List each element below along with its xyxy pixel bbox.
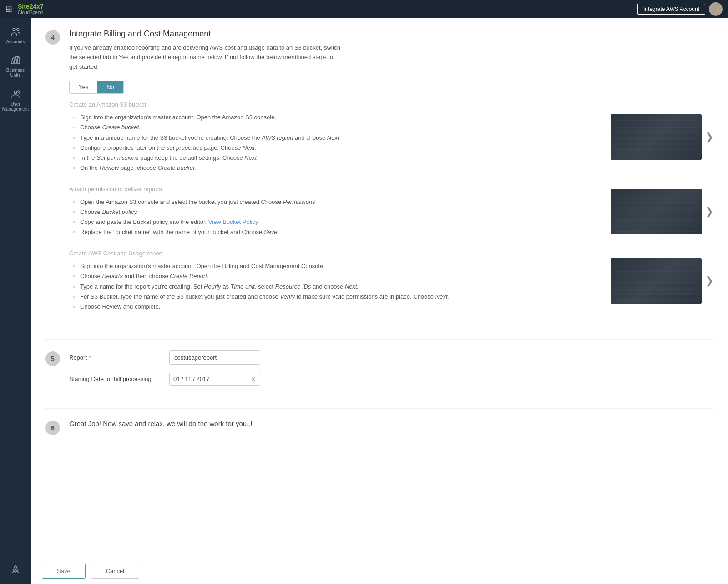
permissions-screenshot-section: ❯ [611, 186, 713, 237]
cost-usage-chevron-right-icon[interactable]: ❯ [705, 275, 713, 287]
perm-step-2: Choose Bucket policy. [73, 207, 602, 217]
permissions-section: Attach permission to deliver reports Ope… [69, 186, 713, 237]
sidebar: Accounts Business Units User Man [0, 18, 31, 584]
report-label: Report * [69, 354, 160, 361]
s3-chevron-right-icon[interactable]: ❯ [705, 131, 713, 143]
s3-bucket-steps: Sign into the organization's master acco… [69, 112, 602, 173]
cost-usage-text: Create AWS Cost and Usage report Sign in… [69, 250, 602, 311]
cost-step-2: Choose Reports and then choose Create Re… [73, 271, 602, 281]
date-label: Starting Date for bill processing [69, 376, 160, 382]
s3-step-5: In the Set permissions page keep the def… [73, 153, 602, 163]
s3-step-3: Type in a unique name for the S3 bucket … [73, 133, 602, 143]
svg-point-1 [17, 29, 19, 31]
step-6-text: Great Job! Now save and relax, we will d… [69, 420, 713, 427]
step-4-title: Integrate Billing and Cost Management [69, 29, 713, 39]
nav-left: ⊞ Site24x7 CloudSpend [5, 3, 44, 15]
no-button[interactable]: No [97, 81, 123, 93]
report-form-row: Report * [69, 350, 713, 365]
svg-line-8 [15, 56, 19, 57]
permissions-steps: Open the Amazon S3 console and select th… [69, 197, 602, 237]
cost-usage-screenshot-placeholder [611, 258, 702, 304]
step-6-number: 6 [46, 421, 60, 435]
step-6-content: Great Job! Now save and relax, we will d… [69, 420, 713, 435]
rocket-icon [10, 565, 21, 576]
step-4-content: Integrate Billing and Cost Management If… [69, 29, 713, 325]
step-6-section: 6 Great Job! Now save and relax, we will… [46, 420, 713, 435]
permissions-chevron-right-icon[interactable]: ❯ [705, 206, 713, 218]
avatar-image [709, 2, 723, 16]
yes-button[interactable]: Yes [70, 81, 97, 93]
perm-step-3: Copy and paste the Bucket policy into th… [73, 217, 602, 227]
step-5-section: 5 Report * Starting Date for bill proces… [46, 350, 713, 394]
sidebar-item-rocket[interactable] [7, 560, 24, 580]
sidebar-item-business-units[interactable]: Business Units [0, 51, 31, 82]
integrate-aws-button[interactable]: Integrate AWS Account [637, 4, 705, 15]
cost-step-1: Sign into the organization's master acco… [73, 261, 602, 271]
brand-name: Site24x7 [18, 3, 44, 10]
step-4-intro: If you've already enabled reporting and … [69, 43, 342, 71]
accounts-icon [10, 26, 21, 37]
svg-point-13 [15, 569, 16, 570]
s3-bucket-heading: Create an Amazon S3 bucket [69, 101, 602, 108]
cost-usage-heading: Create AWS Cost and Usage report [69, 250, 602, 257]
cost-step-4: For S3 Bucket, type the name of the S3 b… [73, 292, 602, 302]
sidebar-item-accounts[interactable]: Accounts [0, 22, 31, 49]
sidebar-bottom [7, 560, 24, 580]
cost-usage-steps: Sign into the organization's master acco… [69, 261, 602, 311]
step-5-number: 5 [46, 351, 60, 366]
step-4-section: 4 Integrate Billing and Cost Management … [46, 29, 713, 325]
svg-point-0 [13, 28, 15, 31]
save-button[interactable]: Save [42, 564, 86, 579]
s3-step-1: Sign into the organization's master acco… [73, 112, 602, 122]
s3-screenshot-section: ❯ [611, 101, 713, 173]
s3-bucket-section: Create an Amazon S3 bucket Sign into the… [69, 101, 713, 173]
svg-point-11 [18, 91, 20, 92]
accounts-label: Accounts [6, 39, 25, 44]
s3-screenshot [611, 114, 702, 160]
view-bucket-policy-link[interactable]: View Bucket Policy [208, 218, 258, 225]
divider-2 [46, 408, 713, 409]
cost-step-5: Choose Review and complete. [73, 302, 602, 312]
sidebar-item-user-management[interactable]: User Management [0, 84, 31, 116]
s3-screenshot-placeholder [611, 114, 702, 160]
cost-usage-screenshot-section: ❯ [611, 250, 713, 311]
svg-line-7 [12, 57, 15, 59]
report-input[interactable] [169, 350, 260, 365]
user-management-label: User Management [2, 102, 29, 112]
brand-sub: CloudSpend [18, 10, 44, 15]
grid-icon[interactable]: ⊞ [5, 4, 12, 14]
business-units-label: Business Units [3, 68, 28, 78]
cost-usage-section: Create AWS Cost and Usage report Sign in… [69, 250, 713, 311]
step-5-content: Report * Starting Date for bill processi… [69, 350, 713, 394]
date-input[interactable] [173, 376, 251, 382]
yes-no-toggle[interactable]: Yes No [69, 81, 124, 94]
svg-point-10 [14, 91, 17, 94]
cost-usage-screenshot [611, 258, 702, 304]
permissions-heading: Attach permission to deliver reports [69, 186, 602, 193]
nav-right: Integrate AWS Account [637, 2, 723, 16]
step-4-number: 4 [46, 30, 60, 45]
date-input-wrap: ✕ [169, 373, 260, 386]
permissions-screenshot [611, 189, 702, 234]
main-layout: Accounts Business Units User Man [0, 18, 728, 584]
footer: Save Cancel [31, 558, 728, 584]
svg-rect-2 [11, 61, 13, 64]
s3-step-6: On the Review page ,choose Create bucket… [73, 163, 602, 173]
perm-step-1: Open the Amazon S3 console and select th… [73, 197, 602, 207]
s3-step-4: Configure properties later on the set pr… [73, 143, 602, 153]
content-area: 4 Integrate Billing and Cost Management … [31, 18, 728, 584]
svg-rect-3 [15, 59, 16, 64]
svg-rect-4 [18, 57, 20, 64]
avatar [709, 2, 723, 16]
required-star: * [89, 354, 91, 361]
brand: Site24x7 CloudSpend [18, 3, 44, 15]
s3-step-2: Choose Create bucket. [73, 122, 602, 132]
business-units-icon [10, 55, 21, 66]
permissions-text: Attach permission to deliver reports Ope… [69, 186, 602, 237]
permissions-screenshot-placeholder [611, 189, 702, 234]
divider-1 [46, 339, 713, 340]
clear-date-icon[interactable]: ✕ [251, 376, 256, 383]
perm-step-4: Replace the "bucket name" with the name … [73, 227, 602, 237]
top-navigation: ⊞ Site24x7 CloudSpend Integrate AWS Acco… [0, 0, 728, 18]
cancel-button[interactable]: Cancel [91, 564, 139, 579]
